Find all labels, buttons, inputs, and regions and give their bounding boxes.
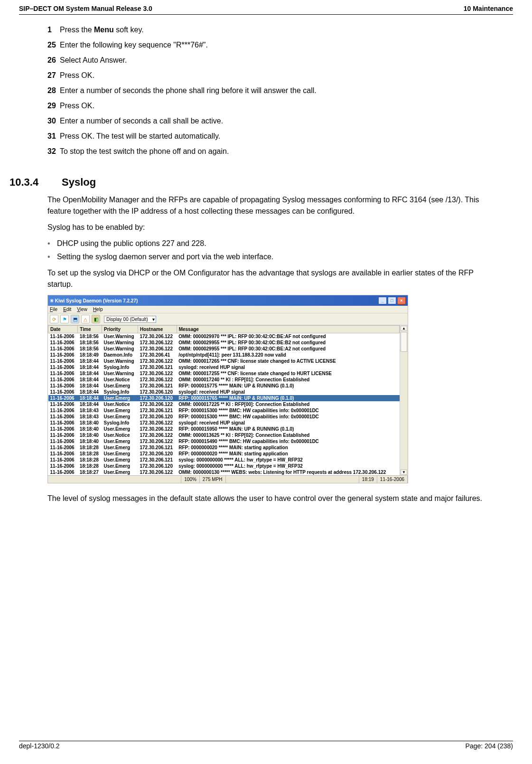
step-text: Enter a number of seconds the phone shal… xyxy=(60,85,494,96)
step-number: 26 xyxy=(47,55,60,66)
cell: RFP: 0000015300 ***** BMC: HW capabiliti… xyxy=(177,407,399,414)
footer-left: depl-1230/0.2 xyxy=(19,742,60,750)
table-row[interactable]: 11-16-200618:18:43User.Emerg172.30.206.1… xyxy=(48,414,400,420)
step-text: Press OK. xyxy=(60,100,494,112)
tool-icon-1[interactable]: ⟳ xyxy=(50,315,58,323)
scroll-down-icon[interactable]: ▼ xyxy=(401,470,407,475)
table-row[interactable]: 11-16-200618:18:44User.Emerg172.30.206.1… xyxy=(48,395,400,401)
col-priority[interactable]: Priority xyxy=(102,326,138,333)
col-hostname[interactable]: Hostname xyxy=(138,326,177,333)
cell: 11-16-2006 xyxy=(48,469,78,475)
close-button[interactable]: × xyxy=(397,297,406,304)
cell: User.Emerg xyxy=(102,414,138,420)
scroll-up-icon[interactable]: ▲ xyxy=(401,326,407,331)
table-row[interactable]: 11-16-200618:18:44User.Notice172.30.206.… xyxy=(48,401,400,407)
minimize-button[interactable]: _ xyxy=(378,297,387,304)
vertical-scrollbar[interactable]: ▲ ▼ xyxy=(400,325,408,475)
menu-file[interactable]: File xyxy=(50,307,57,312)
section-heading: 10.3.4 Syslog xyxy=(47,176,494,189)
para-level: The level of syslog messages in the defa… xyxy=(47,493,494,504)
table-row[interactable]: 11-16-200618:18:49Daemon.Info172.30.206.… xyxy=(48,352,400,358)
section-title: Syslog xyxy=(62,176,96,189)
table-row[interactable]: 11-16-200618:18:44Syslog.Info172.30.206.… xyxy=(48,364,400,370)
cell: 11-16-2006 xyxy=(48,395,78,401)
table-row[interactable]: 11-16-200618:18:28User.Emerg172.30.206.1… xyxy=(48,457,400,463)
tool-icon-5[interactable]: ◧ xyxy=(92,315,100,323)
table-row[interactable]: 11-16-200618:18:44Syslog.Info172.30.206.… xyxy=(48,389,400,395)
cell: 172.30.206.122 xyxy=(138,401,177,407)
tool-icon-2[interactable]: ⚑ xyxy=(60,315,69,323)
cell: 11-16-2006 xyxy=(48,370,78,377)
cell: OMM: 0000013625 ** KI : RFP[02]: Connect… xyxy=(177,432,399,438)
cell: Syslog.Info xyxy=(102,364,138,370)
cell: Syslog.Info xyxy=(102,389,138,395)
cell: 172.30.206.122 xyxy=(138,426,177,432)
tool-icon-4[interactable]: △ xyxy=(81,315,90,323)
table-row[interactable]: 11-16-200618:18:56User.Warning172.30.206… xyxy=(48,346,400,352)
cell: User.Warning xyxy=(102,340,138,346)
table-row[interactable]: 11-16-200618:18:40User.Notice172.30.206.… xyxy=(48,432,400,438)
cell: User.Warning xyxy=(102,358,138,364)
step-text: Enter a number of seconds a call shall b… xyxy=(60,115,494,127)
col-time[interactable]: Time xyxy=(78,326,102,333)
cell: 172.30.206.122 xyxy=(138,358,177,364)
scroll-thumb[interactable] xyxy=(401,332,407,352)
cell: User.Notice xyxy=(102,377,138,383)
table-row[interactable]: 11-16-200618:18:40Syslog.Info172.30.206.… xyxy=(48,420,400,426)
table-row[interactable]: 11-16-200618:18:44User.Warning172.30.206… xyxy=(48,370,400,377)
table-row[interactable]: 11-16-200618:18:56User.Warning172.30.206… xyxy=(48,340,400,346)
cell: User.Notice xyxy=(102,401,138,407)
cell: 18:18:40 xyxy=(78,432,102,438)
cell: 18:18:44 xyxy=(78,364,102,370)
cell: 172.30.206.122 xyxy=(138,438,177,444)
cell: 172.30.206.122 xyxy=(138,346,177,352)
step-number: 32 xyxy=(47,146,60,157)
cell: 18:18:44 xyxy=(78,383,102,389)
table-row[interactable]: 11-16-200618:18:56User.Warning172.30.206… xyxy=(48,333,400,340)
step-number: 31 xyxy=(47,131,60,142)
step-number: 28 xyxy=(47,85,60,96)
cell: 11-16-2006 xyxy=(48,401,78,407)
cell: User.Warning xyxy=(102,333,138,340)
cell: 18:18:43 xyxy=(78,407,102,414)
tool-icon-3[interactable]: ⬒ xyxy=(71,315,79,323)
display-dropdown[interactable]: Display 00 (Default) xyxy=(104,316,156,323)
step-number: 29 xyxy=(47,100,60,112)
titlebar[interactable]: ✳ Kiwi Syslog Daemon (Version 7.2.27) _ … xyxy=(48,295,408,306)
cell: 18:18:56 xyxy=(78,333,102,340)
table-row[interactable]: 11-16-200618:18:44User.Notice172.30.206.… xyxy=(48,377,400,383)
status-bar: 100% 275 MPH 18:19 11-16-2006 xyxy=(48,475,408,483)
cell: 18:18:28 xyxy=(78,463,102,469)
table-row[interactable]: 11-16-200618:18:44User.Emerg172.30.206.1… xyxy=(48,383,400,389)
cell: 18:18:44 xyxy=(78,370,102,377)
table-row[interactable]: 11-16-200618:18:28User.Emerg172.30.206.1… xyxy=(48,463,400,469)
table-row[interactable]: 11-16-200618:18:27User.Emerg172.30.206.1… xyxy=(48,469,400,475)
menu-view[interactable]: View xyxy=(77,307,87,312)
content: 1Press the Menu soft key.25Enter the fol… xyxy=(47,24,494,504)
cell: 18:18:43 xyxy=(78,414,102,420)
cell: 18:18:40 xyxy=(78,438,102,444)
cell: Daemon.Info xyxy=(102,352,138,358)
table-row[interactable]: 11-16-200618:18:40User.Emerg172.30.206.1… xyxy=(48,438,400,444)
cell: RFP: 0000000020 ***** MAIN: starting app… xyxy=(177,451,399,457)
cell: 11-16-2006 xyxy=(48,432,78,438)
table-row[interactable]: 11-16-200618:18:43User.Emerg172.30.206.1… xyxy=(48,407,400,414)
para-syslog-intro: The OpenMobility Manager and the RFPs ar… xyxy=(47,194,494,217)
cell: 11-16-2006 xyxy=(48,389,78,395)
cell: 11-16-2006 xyxy=(48,414,78,420)
table-row[interactable]: 11-16-200618:18:44User.Warning172.30.206… xyxy=(48,358,400,364)
menu-help[interactable]: Help xyxy=(93,307,103,312)
cell: syslogd: received HUP signal xyxy=(177,389,399,395)
table-row[interactable]: 11-16-200618:18:28User.Emerg172.30.206.1… xyxy=(48,451,400,457)
table-row[interactable]: 11-16-200618:18:40User.Emerg172.30.206.1… xyxy=(48,426,400,432)
cell: User.Emerg xyxy=(102,407,138,414)
menu-edit[interactable]: Edit xyxy=(63,307,71,312)
col-date[interactable]: Date xyxy=(48,326,78,333)
maximize-button[interactable]: □ xyxy=(388,297,396,304)
cell: User.Emerg xyxy=(102,426,138,432)
cell: 11-16-2006 xyxy=(48,420,78,426)
header-rule xyxy=(19,14,513,15)
col-message[interactable]: Message xyxy=(177,326,399,333)
table-row[interactable]: 11-16-200618:18:28User.Emerg172.30.206.1… xyxy=(48,444,400,451)
cell: syslog: 0000000000 ***** ALL: hw_rfptype… xyxy=(177,463,399,469)
